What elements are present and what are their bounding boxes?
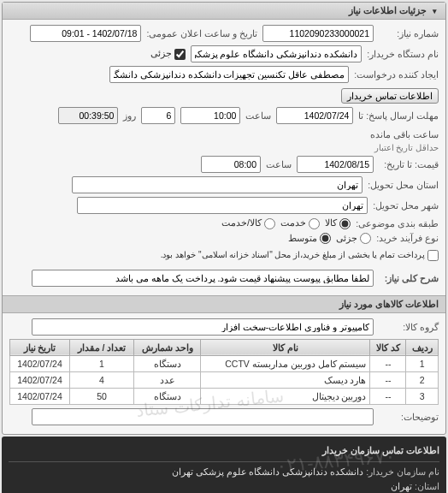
radio-goods-label: کالا [325, 217, 337, 228]
radio-service[interactable] [309, 218, 320, 229]
deadline-time-label: ساعت [245, 110, 271, 121]
radio-mid-wrap[interactable]: متوسط [288, 233, 331, 245]
cell-name: سیستم کامل دوربین مداربسته CCTV [201, 355, 370, 371]
th-name: نام کالا [201, 339, 370, 355]
goods-section-body: گروه کالا: ردیف کد کالا نام کالا واحد شم… [3, 313, 445, 434]
province: تهران [391, 481, 412, 491]
goods-group-field[interactable] [32, 318, 374, 336]
validity-time-field[interactable] [201, 156, 261, 173]
cell-date: 1402/07/24 [10, 371, 70, 388]
partial-checkbox-wrap[interactable]: جزئی [150, 48, 186, 60]
cell-date: 1402/07/24 [10, 388, 70, 404]
cell-qty: 4 [70, 371, 134, 388]
cell-name: دوربین دیجیتال [201, 388, 370, 404]
treasury-checkbox[interactable] [427, 250, 439, 261]
th-qty: تعداد / مقدار [70, 339, 134, 355]
panel-title: جزئیات اطلاعات نیاز [349, 5, 427, 16]
delivery-province-field[interactable] [72, 176, 363, 193]
desc-label: شرح کلی نیاز: [379, 273, 439, 283]
cell-code: -- [370, 355, 406, 371]
days-remaining-field[interactable] [141, 107, 175, 124]
th-unit: واحد شمارش [133, 339, 200, 355]
delivery-province-label: استان محل تحویل: [368, 180, 439, 190]
buy-type-label: نوع فرآیند خرید: [376, 233, 439, 243]
announce-date-field[interactable] [30, 25, 141, 42]
cell-qty: 1 [70, 355, 134, 371]
buyer-contact-button[interactable]: اطلاعات تماس خریدار [341, 88, 439, 104]
cell-name: هارد دیسک [201, 371, 370, 388]
remaining-label: ساعت باقی مانده [370, 129, 439, 140]
cell-date: 1402/07/24 [10, 355, 70, 371]
radio-both-wrap[interactable]: کالا/خدمت [221, 217, 275, 229]
buy-type-note-wrap: پرداخت تمام یا بخشی از مبلغ خرید،از محل … [161, 249, 439, 261]
cell-row: 1 [406, 355, 439, 371]
validity-hint: حداقل تاریخ اعتبار [374, 143, 439, 152]
partial-label: جزئی [150, 48, 172, 58]
cell-row: 2 [406, 371, 439, 388]
creator-field[interactable] [109, 66, 349, 83]
panel-header[interactable]: ▾ جزئیات اطلاعات نیاز [3, 3, 445, 20]
contact-block: ۰۲۱-۸۸۳۴۹۶۷۰ اطلاعات تماس سازمان خریدار … [2, 437, 446, 493]
desc-field[interactable] [32, 270, 374, 287]
class-pkg-label: طبقه بندی موضوعی: [356, 218, 439, 229]
deadline-time-field[interactable] [180, 107, 240, 124]
validity-date-field[interactable] [297, 156, 374, 173]
radio-goods[interactable] [339, 218, 351, 229]
radio-goods-wrap[interactable]: کالا [325, 217, 351, 229]
buyer-device-field[interactable] [191, 45, 362, 62]
notes-field[interactable] [32, 408, 374, 425]
cell-unit: دستگاه [133, 388, 200, 404]
org-name-label: نام سازمان خریدار: [366, 466, 439, 477]
radio-service-wrap[interactable]: خدمت [280, 217, 320, 229]
validity-time-label: ساعت [266, 159, 292, 169]
th-date: تاریخ نیاز [10, 339, 70, 355]
validity-label: قیمت: تا تاریخ: [379, 159, 439, 169]
goods-section-title: اطلاعات کالاهای مورد نیاز [3, 295, 445, 313]
radio-low-wrap[interactable]: جزئی [336, 233, 371, 245]
radio-mid-label: متوسط [288, 233, 317, 243]
radio-low[interactable] [360, 233, 371, 244]
cell-qty: 50 [70, 388, 134, 404]
radio-both-label: کالا/خدمت [221, 217, 262, 228]
notes-label: توضیحات: [379, 412, 439, 422]
partial-checkbox[interactable] [174, 49, 186, 60]
radio-mid[interactable] [320, 233, 331, 244]
deadline-date-field[interactable] [276, 107, 353, 124]
panel-body: شماره نیاز: تاریخ و ساعت اعلان عمومی: نا… [3, 20, 445, 295]
announce-date-label: تاریخ و ساعت اعلان عمومی: [146, 28, 257, 39]
th-row: ردیف [406, 339, 439, 355]
req-number-label: شماره نیاز: [379, 28, 439, 39]
delivery-city-field[interactable] [77, 197, 368, 214]
org-name: دانشکده دندانپزشکی دانشگاه علوم پزشکی ته… [172, 466, 364, 477]
day-label: روز [123, 110, 136, 121]
req-number-field[interactable] [262, 25, 374, 42]
creator-label: ایجاد کننده درخواست: [354, 69, 439, 80]
cell-code: -- [370, 388, 406, 404]
radio-both[interactable] [264, 218, 275, 229]
deadline-send-label: مهلت ارسال پاسخ: تا [358, 110, 439, 121]
collapse-icon[interactable]: ▾ [430, 7, 439, 15]
buy-type-note: پرداخت تمام یا بخشی از مبلغ خرید،از محل … [161, 250, 425, 259]
need-details-panel: ▾ جزئیات اطلاعات نیاز شماره نیاز: تاریخ … [2, 2, 446, 435]
contact-title: اطلاعات تماس سازمان خریدار [9, 443, 439, 462]
cell-code: -- [370, 371, 406, 388]
goods-table: ردیف کد کالا نام کالا واحد شمارش تعداد /… [9, 339, 439, 405]
th-code: کد کالا [370, 339, 406, 355]
buyer-device-label: نام دستگاه خریدار: [367, 49, 439, 59]
table-row[interactable]: 2--هارد دیسکعدد41402/07/24 [10, 371, 439, 388]
goods-group-label: گروه کالا: [379, 322, 439, 332]
radio-low-label: جزئی [336, 233, 357, 243]
cell-row: 3 [406, 388, 439, 404]
cell-unit: عدد [133, 371, 200, 388]
cell-unit: دستگاه [133, 355, 200, 371]
delivery-city-label: شهر محل تحویل: [373, 200, 439, 211]
table-header-row: ردیف کد کالا نام کالا واحد شمارش تعداد /… [10, 339, 439, 355]
time-remaining-field [58, 107, 118, 124]
province-label: استان: [415, 481, 439, 491]
table-row[interactable]: 1--سیستم کامل دوربین مداربسته CCTVدستگاه… [10, 355, 439, 371]
table-row[interactable]: 3--دوربین دیجیتالدستگاه501402/07/24 [10, 388, 439, 404]
radio-service-label: خدمت [280, 217, 306, 228]
